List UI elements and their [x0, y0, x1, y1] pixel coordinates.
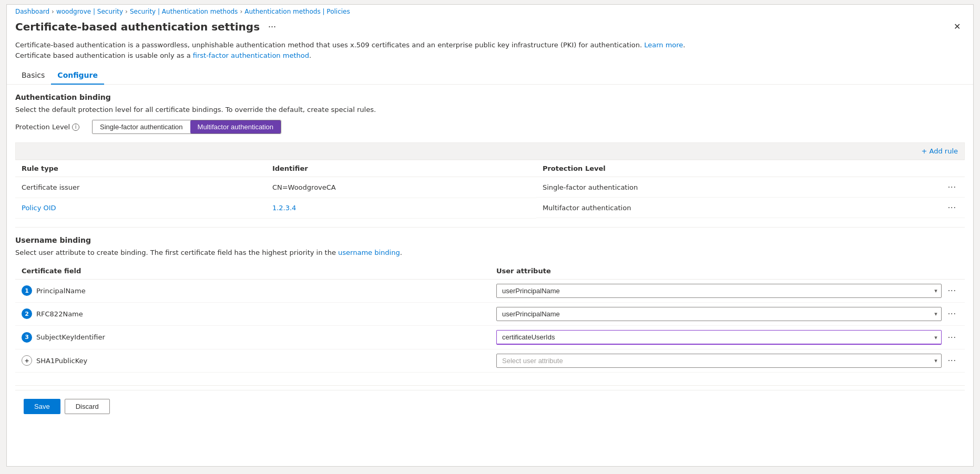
priority-badge: 1: [22, 285, 32, 296]
first-factor-link[interactable]: first-factor authentication method: [193, 51, 309, 59]
description-text-2: Certificate based authentication is usab…: [15, 51, 193, 59]
protection-level-row: Protection Level i Single-factor authent…: [15, 120, 965, 134]
tab-bar: Basics Configure: [7, 67, 973, 85]
cert-field-name: RFC822Name: [36, 310, 83, 318]
priority-badge: +: [22, 355, 32, 366]
col-user-attribute: User attribute: [490, 263, 965, 280]
priority-badge: 2: [22, 308, 32, 319]
description-text-1: Certificate-based authentication is a pa…: [15, 41, 644, 49]
breadcrumb-auth-methods-policies[interactable]: Authentication methods | Policies: [244, 8, 350, 15]
cert-field-cell: + SHA1PublicKey: [15, 349, 490, 372]
user-attr-select-2[interactable]: userPrincipalName certificateUserIds onP…: [496, 307, 942, 321]
cert-field-name: SubjectKeyIdentifier: [36, 333, 105, 341]
cert-field-cell: 1 PrincipalName: [15, 279, 490, 302]
user-attr-cell: userPrincipalName certificateUserIds onP…: [490, 279, 965, 302]
breadcrumb-dashboard[interactable]: Dashboard: [15, 8, 49, 15]
username-binding-link[interactable]: username binding: [338, 249, 400, 256]
ellipsis-button[interactable]: ···: [265, 20, 279, 33]
protection-level-cell: Multifactor authentication ···: [536, 198, 965, 218]
identifier-cell: 1.2.3.4: [266, 198, 536, 218]
table-row: + SHA1PublicKey Select user attribute: [15, 349, 965, 372]
priority-badge: 3: [22, 332, 32, 343]
user-attr-select-4[interactable]: Select user attribute userPrincipalName …: [496, 354, 942, 368]
username-binding-title: Username binding: [15, 236, 965, 244]
table-row: 3 SubjectKeyIdentifier certificateUserId…: [15, 325, 965, 349]
col-rule-type: Rule type: [15, 160, 266, 177]
rules-table: + Add rule Rule type Identifier Protecti…: [15, 142, 965, 219]
col-cert-field: Certificate field: [15, 263, 490, 280]
binding-table: Certificate field User attribute 1 Princ…: [15, 263, 965, 373]
row-more-button[interactable]: ···: [946, 285, 958, 296]
identifier-cell: CN=WoodgroveCA: [266, 177, 536, 198]
cert-field-cell: 2 RFC822Name: [15, 302, 490, 325]
auth-binding-desc: Select the default protection level for …: [15, 106, 965, 114]
username-binding-section: Username binding Select user attribute t…: [15, 236, 965, 373]
auth-binding-title: Authentication binding: [15, 93, 965, 101]
discard-button[interactable]: Discard: [65, 399, 110, 414]
breadcrumb-security-auth-methods[interactable]: Security | Authentication methods: [130, 8, 238, 15]
footer: Save Discard: [15, 390, 965, 423]
tab-basics[interactable]: Basics: [15, 67, 51, 85]
description: Certificate-based authentication is a pa…: [7, 40, 973, 67]
main-content: Authentication binding Select the defaul…: [7, 85, 973, 431]
breadcrumb: Dashboard › woodgrove | Security › Secur…: [7, 5, 973, 17]
user-attr-select-3[interactable]: certificateUserIds userPrincipalName onP…: [496, 330, 942, 345]
username-binding-desc: Select user attribute to create binding.…: [15, 249, 965, 256]
learn-more-link[interactable]: Learn more: [644, 41, 683, 49]
single-factor-option[interactable]: Single-factor authentication: [93, 120, 190, 133]
row-more-button[interactable]: ···: [946, 332, 958, 343]
cert-field-name: SHA1PublicKey: [36, 357, 87, 365]
col-identifier: Identifier: [266, 160, 536, 177]
save-button[interactable]: Save: [24, 399, 60, 414]
breadcrumb-woodgrove-security[interactable]: woodgrove | Security: [56, 8, 123, 15]
table-row: 1 PrincipalName userPrincipalName: [15, 279, 965, 302]
user-attr-select-wrapper: certificateUserIds userPrincipalName onP…: [496, 330, 942, 345]
table-row: Policy OID 1.2.3.4 Multifactor authentic…: [15, 198, 965, 218]
user-attr-cell: certificateUserIds userPrincipalName onP…: [490, 325, 965, 349]
user-attr-select-wrapper: userPrincipalName certificateUserIds onP…: [496, 284, 942, 298]
table-row: 2 RFC822Name userPrincipalName cer: [15, 302, 965, 325]
col-protection-level: Protection Level: [536, 160, 965, 177]
rule-type-cell: Certificate issuer: [15, 177, 266, 198]
add-rule-button[interactable]: + Add rule: [15, 142, 965, 160]
row-more-button[interactable]: ···: [946, 181, 958, 193]
tab-configure[interactable]: Configure: [51, 67, 104, 85]
multifactor-option[interactable]: Multifactor authentication: [190, 120, 281, 133]
authentication-binding-section: Authentication binding Select the defaul…: [15, 93, 965, 219]
cert-field-name: PrincipalName: [36, 287, 86, 295]
row-more-button[interactable]: ···: [946, 355, 958, 366]
panel-title: Certificate-based authentication setting…: [15, 20, 260, 33]
info-icon[interactable]: i: [72, 123, 79, 131]
protection-level-toggle: Single-factor authentication Multifactor…: [92, 120, 281, 134]
close-button[interactable]: ✕: [950, 19, 965, 34]
cert-field-cell: 3 SubjectKeyIdentifier: [15, 325, 490, 349]
row-more-button[interactable]: ···: [946, 308, 958, 320]
user-attr-select-wrapper: Select user attribute userPrincipalName …: [496, 354, 942, 368]
user-attr-cell: Select user attribute userPrincipalName …: [490, 349, 965, 372]
rule-type-cell[interactable]: Policy OID: [15, 198, 266, 218]
user-attr-cell: userPrincipalName certificateUserIds onP…: [490, 302, 965, 325]
row-more-button[interactable]: ···: [946, 202, 958, 213]
protection-level-cell: Single-factor authentication ···: [536, 177, 965, 198]
protection-level-label: Protection Level i: [15, 123, 84, 131]
user-attr-select-wrapper: userPrincipalName certificateUserIds onP…: [496, 307, 942, 321]
panel-header: Certificate-based authentication setting…: [7, 17, 973, 40]
table-row: Certificate issuer CN=WoodgroveCA Single…: [15, 177, 965, 198]
user-attr-select-1[interactable]: userPrincipalName certificateUserIds onP…: [496, 284, 942, 298]
